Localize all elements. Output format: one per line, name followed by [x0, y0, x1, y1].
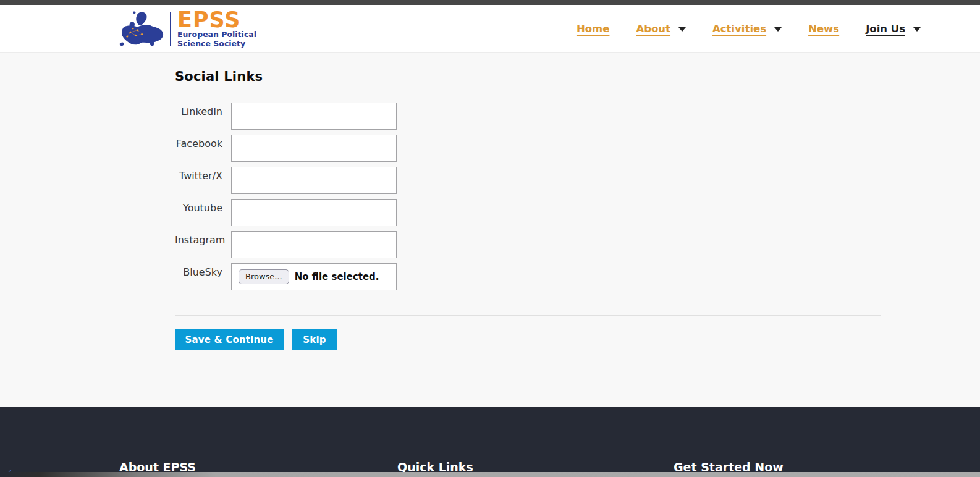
save-continue-button[interactable]: Save & Continue — [175, 329, 284, 350]
browser-top-bar — [0, 0, 980, 5]
social-links-form: LinkedIn Facebook Twitter/X Youtube Inst… — [175, 103, 881, 290]
chevron-down-icon — [913, 27, 921, 32]
linkedin-input[interactable] — [231, 103, 397, 130]
form-row-twitter: Twitter/X — [175, 167, 881, 194]
nav-item-about[interactable]: About — [636, 23, 686, 35]
logo-name-line1: European Political — [177, 30, 256, 39]
form-actions: Save & Continue Skip — [175, 329, 881, 350]
nav-item-news[interactable]: News — [808, 23, 839, 35]
twitter-input[interactable] — [231, 167, 397, 194]
page-title: Social Links — [175, 69, 881, 85]
site-footer: About EPSS Quick Links Get Started Now — [0, 407, 980, 472]
file-status-text: No file selected. — [295, 271, 379, 282]
main-content: Social Links LinkedIn Facebook Twitter/X… — [0, 53, 980, 407]
form-row-instagram: Instagram — [175, 231, 881, 258]
instagram-label: Instagram — [175, 231, 222, 246]
form-row-linkedin: LinkedIn — [175, 103, 881, 130]
nav-label-join-us: Join Us — [866, 23, 905, 35]
section-divider — [175, 315, 881, 316]
browse-button[interactable]: Browse... — [239, 269, 289, 284]
europe-map-icon — [114, 11, 167, 47]
youtube-label: Youtube — [175, 199, 222, 214]
footer-heading-get-started: Get Started Now — [674, 460, 784, 472]
chevron-down-icon — [678, 27, 686, 32]
youtube-input[interactable] — [231, 199, 397, 226]
site-header: EPSS European Political Science Society … — [0, 5, 980, 53]
nav-item-activities[interactable]: Activities — [712, 23, 782, 35]
main-navigation: Home About Activities News Join Us — [577, 5, 921, 53]
instagram-input[interactable] — [231, 231, 397, 258]
bluesky-file-input[interactable]: Browse... No file selected. — [231, 263, 397, 290]
logo-acronym: EPSS — [177, 10, 256, 30]
nav-label-about: About — [636, 23, 670, 35]
footer-heading-about-epss: About EPSS — [119, 460, 196, 472]
facebook-input[interactable] — [231, 135, 397, 162]
form-row-facebook: Facebook — [175, 135, 881, 162]
linkedin-label: LinkedIn — [175, 103, 222, 117]
logo-name-line2: Science Society — [177, 39, 256, 48]
nav-item-home[interactable]: Home — [577, 23, 610, 35]
facebook-label: Facebook — [175, 135, 222, 150]
form-row-youtube: Youtube — [175, 199, 881, 226]
twitter-label: Twitter/X — [175, 167, 222, 182]
nav-label-home: Home — [577, 23, 610, 35]
chevron-down-icon — [774, 27, 782, 32]
form-row-bluesky: BlueSky Browse... No file selected. — [175, 263, 881, 290]
nav-item-join-us[interactable]: Join Us — [866, 23, 921, 35]
horizontal-scrollbar[interactable] — [0, 472, 980, 477]
bluesky-label: BlueSky — [175, 263, 222, 278]
nav-label-news: News — [808, 23, 839, 35]
skip-button[interactable]: Skip — [292, 329, 337, 350]
nav-label-activities: Activities — [712, 23, 766, 35]
epss-logo[interactable]: EPSS European Political Science Society — [114, 11, 256, 47]
footer-heading-quick-links: Quick Links — [397, 460, 473, 472]
logo-divider — [170, 12, 171, 46]
